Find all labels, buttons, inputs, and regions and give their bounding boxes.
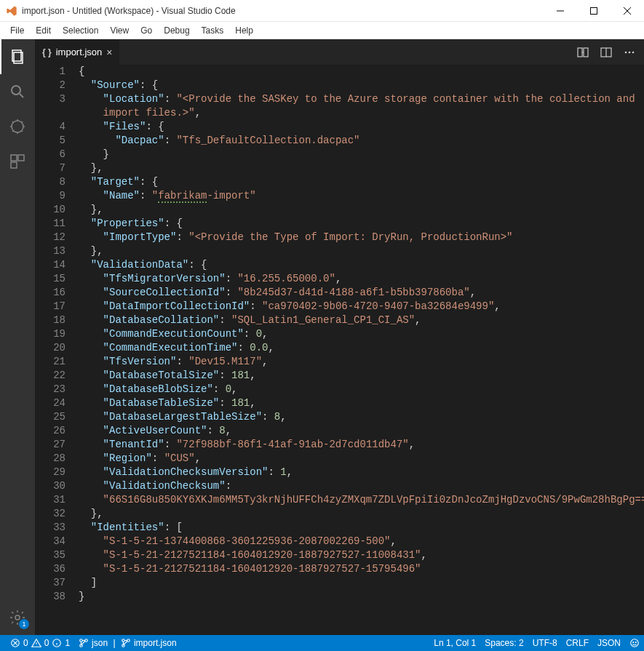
title-bar: import.json - Untitled (Workspace) - Vis… — [0, 0, 644, 22]
line-number-gutter: 1234567891011121314151617181920212223242… — [35, 65, 79, 635]
svg-point-25 — [635, 642, 636, 643]
svg-point-12 — [625, 51, 627, 53]
compare-changes-icon[interactable] — [577, 47, 589, 58]
json-file-icon: { } — [42, 47, 52, 57]
svg-rect-0 — [591, 7, 597, 14]
main-area: 1 { } import.json × 12345678910111213141… — [0, 39, 644, 635]
status-cursor-position[interactable]: Ln 1, Col 1 — [429, 635, 480, 651]
editor-actions — [577, 39, 644, 65]
menu-view[interactable]: View — [104, 24, 135, 37]
svg-point-8 — [15, 615, 20, 620]
activity-search[interactable] — [0, 74, 35, 109]
svg-point-13 — [629, 51, 631, 53]
maximize-button[interactable] — [577, 0, 611, 21]
activity-extensions[interactable] — [0, 144, 35, 179]
status-language[interactable]: JSON — [593, 635, 625, 651]
svg-rect-7 — [11, 162, 17, 168]
svg-point-3 — [12, 86, 20, 95]
activity-bar: 1 — [0, 39, 35, 635]
window-controls — [544, 0, 644, 21]
window-title: import.json - Untitled (Workspace) - Vis… — [22, 6, 544, 16]
menu-help[interactable]: Help — [229, 24, 259, 37]
menu-file[interactable]: File — [4, 24, 30, 37]
tab-label: import.json — [56, 47, 103, 57]
status-eol[interactable]: CRLF — [562, 635, 593, 651]
minimize-button[interactable] — [544, 0, 577, 21]
split-editor-icon[interactable] — [600, 47, 612, 58]
status-encoding[interactable]: UTF-8 — [528, 635, 562, 651]
tab-bar: { } import.json × — [35, 39, 644, 65]
tab-close-icon[interactable]: × — [106, 47, 112, 58]
menu-debug[interactable]: Debug — [158, 24, 195, 37]
svg-point-14 — [632, 51, 635, 53]
close-button[interactable] — [611, 0, 644, 21]
status-bar: 0 0 1 json | import.json Ln 1, Col 1 Spa… — [0, 635, 644, 651]
status-problems[interactable]: 0 0 1 — [6, 635, 74, 651]
activity-settings[interactable]: 1 — [0, 600, 35, 635]
settings-badge: 1 — [19, 619, 29, 629]
svg-rect-10 — [584, 48, 588, 57]
tab-import-json[interactable]: { } import.json × — [35, 39, 120, 65]
vscode-app-icon — [6, 5, 17, 17]
menu-edit[interactable]: Edit — [30, 24, 57, 37]
svg-rect-5 — [11, 155, 17, 161]
svg-point-23 — [631, 639, 639, 647]
menu-go[interactable]: Go — [135, 24, 158, 37]
svg-rect-6 — [18, 155, 24, 161]
code-content[interactable]: { "Source": { "Location": "<Provide the … — [79, 65, 644, 635]
status-feedback-icon[interactable] — [625, 635, 644, 651]
more-actions-icon[interactable] — [624, 47, 635, 58]
menu-tasks[interactable]: Tasks — [196, 24, 230, 37]
editor-area: { } import.json × 1234567891011121314151… — [35, 39, 644, 635]
status-git-branch[interactable]: json | import.json — [74, 635, 181, 651]
svg-point-24 — [633, 642, 634, 643]
activity-explorer[interactable] — [0, 39, 35, 74]
menu-bar: File Edit Selection View Go Debug Tasks … — [0, 22, 644, 39]
svg-rect-9 — [578, 48, 582, 57]
svg-point-17 — [80, 639, 83, 642]
code-editor[interactable]: 1234567891011121314151617181920212223242… — [35, 65, 644, 635]
svg-point-4 — [12, 121, 23, 132]
status-indentation[interactable]: Spaces: 2 — [480, 635, 528, 651]
activity-debug[interactable] — [0, 109, 35, 144]
menu-selection[interactable]: Selection — [57, 24, 104, 37]
svg-point-20 — [122, 639, 125, 642]
